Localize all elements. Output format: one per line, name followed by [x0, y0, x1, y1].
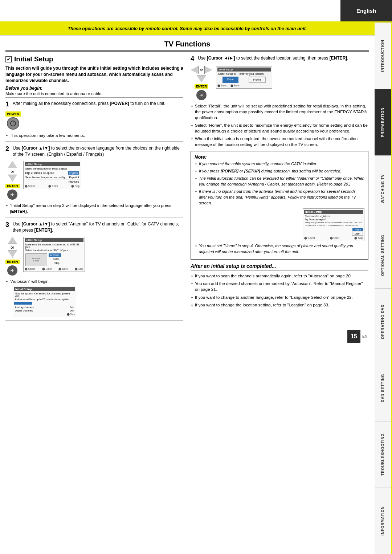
after-title: After an initial setup is completed... — [191, 263, 368, 271]
step-1-text: After making all the necessary connectio… — [13, 101, 166, 107]
step-2-img: or ENTER Initial Setup Select the langua… — [5, 161, 183, 200]
sidebar-introduction[interactable]: INTRODUCTION — [375, 23, 392, 89]
step-2: 2 Use [Cursor ▲/▼] to select the on-scre… — [5, 145, 183, 217]
page-en-label: EN — [362, 334, 367, 338]
step-4-img: or ENTER Initial Setup — [191, 66, 368, 100]
page-number-area: 15 EN — [0, 328, 375, 345]
note-box: Note: If you connect the cable system di… — [191, 151, 368, 260]
content-area: Initial Setup This section will guide yo… — [0, 52, 375, 328]
completed-bullet: When the initial setup is completed, the… — [191, 136, 368, 147]
step-3-number: 3 — [5, 221, 9, 229]
or-label-1: or — [11, 169, 14, 174]
sidebar-watching-tv[interactable]: WATCHING TV — [375, 155, 392, 222]
note-screen: Initial Setup No channel is registered. … — [303, 208, 364, 241]
right-column: 4 Use [Cursor ◄/►] to select the desired… — [191, 55, 368, 324]
before-begin-label: Before you begin: — [5, 86, 183, 91]
note-item-1: If you connect the cable system directly… — [195, 161, 364, 167]
step-2-number: 2 — [5, 145, 9, 153]
step-4: 4 Use [Cursor ◄/►] to select the desired… — [191, 55, 368, 147]
step-3-nav: or ENTER — [5, 237, 20, 276]
main-content: These operations are accessible by remot… — [0, 23, 375, 345]
warning-banner: These operations are accessible by remot… — [0, 23, 375, 36]
step-3: 3 Use [Cursor ▲/▼] to select "Antenna" f… — [5, 221, 183, 321]
after-item-1: If you want to scan the channels automat… — [191, 273, 368, 279]
step-3-screen: Initial Setup Make sure the antenna is c… — [23, 237, 85, 272]
step-4-number: 4 — [191, 55, 194, 63]
step-3-img: or ENTER Initial Setup Make sure the ant… — [5, 237, 183, 276]
step-2-nav: or ENTER — [5, 161, 20, 200]
step-2-text: Use [Cursor ▲/▼] to select the on-screen… — [13, 145, 183, 158]
section-description: This section will guide you through the … — [5, 65, 183, 83]
step-1-bullet: This operation may take a few moments. — [5, 133, 183, 138]
power-button-icon — [7, 117, 19, 130]
after-section: After an initial setup is completed... I… — [191, 263, 368, 307]
sidebar-preparation[interactable]: PREPARATION — [375, 89, 392, 155]
after-item-3: If you want to change to another languag… — [191, 294, 368, 300]
top-bar: English — [0, 0, 392, 23]
sidebar-dvd-setting[interactable]: DVD SETTING — [375, 355, 392, 421]
step-4-text: Use [Cursor ◄/►] to select the desired l… — [198, 55, 348, 61]
home-bullet: Select "Home", the unit is set to maximi… — [191, 122, 368, 134]
before-begin-text: Make sure the unit is connected to anten… — [5, 91, 183, 98]
step-1-img: POWER — [5, 111, 183, 130]
note-bottom: You must set "Home" in step 4. Otherwise… — [195, 243, 364, 255]
section-heading: Initial Setup — [5, 55, 183, 63]
checkbox-icon — [5, 56, 12, 62]
section-title: Initial Setup — [14, 55, 53, 63]
language-tab[interactable]: English — [340, 0, 392, 21]
autoscan-screen: Initial Setup Now the system is scanning… — [13, 286, 76, 317]
note-title: Note: — [195, 154, 364, 160]
step-2-screen: Initial Setup Select the language for se… — [23, 161, 81, 189]
note-item-4: If there is no signal input from the ant… — [195, 189, 364, 206]
sidebar-operating-dvd[interactable]: OPERATING DVD — [375, 288, 392, 355]
note-item-2: If you press [POWER] or [SETUP] during a… — [195, 168, 364, 174]
retail-bullet: Select "Retail", the unit will be set up… — [191, 103, 368, 121]
after-item-4: If you want to change the location setti… — [191, 302, 368, 308]
sidebar-information[interactable]: INFORMATION — [375, 488, 392, 554]
step-1-number: 1 — [5, 101, 9, 109]
step-3-bullet: "Autoscan" will begin. — [5, 278, 183, 284]
page-number: 15 — [347, 330, 360, 343]
sidebar-optional-setting[interactable]: OPTIONAL SETTING — [375, 222, 392, 288]
step-4-screen: Initial Setup Select 'Retail' or 'Home' … — [216, 66, 272, 89]
right-sidebar: INTRODUCTION PREPARATION WATCHING TV OPT… — [375, 23, 392, 554]
note-item-3: The initial autoscan function can be exe… — [195, 176, 364, 187]
step-1: 1 After making all the necessary connect… — [5, 101, 183, 142]
after-item-2: You can add the desired channels unmemor… — [191, 281, 368, 292]
page-title: TV Functions — [5, 36, 369, 52]
step-2-bullet: "Initial Setup" menu on step 3 will be d… — [5, 203, 183, 214]
power-label: POWER — [5, 111, 21, 117]
sidebar-troubleshooting[interactable]: TROUBLESHOOTING — [375, 421, 392, 488]
step-3-text: Use [Cursor ▲/▼] to select "Antenna" for… — [13, 221, 183, 234]
left-column: Initial Setup This section will guide yo… — [5, 55, 183, 324]
